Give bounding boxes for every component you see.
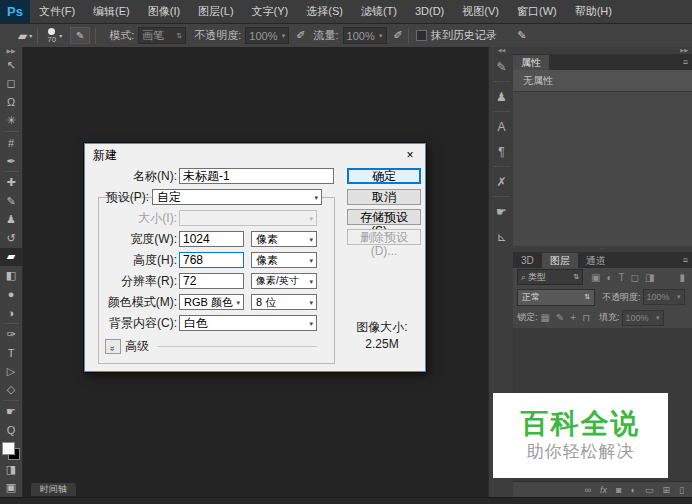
menu-view[interactable]: 视图(V)	[453, 0, 508, 23]
blur-tool[interactable]: ●	[0, 285, 22, 304]
toolbar-collapse-icon[interactable]: ▶▶	[6, 47, 15, 56]
tab-layers[interactable]: 图层	[542, 253, 578, 268]
width-unit-select[interactable]: 像素 ▾	[251, 231, 317, 247]
adjustment-layer-icon[interactable]: ◐	[631, 485, 636, 495]
lock-transparent-icon[interactable]: ▦	[541, 312, 550, 323]
toggle-brush-panel-icon[interactable]: ✎	[70, 27, 90, 44]
airbrush-flow-icon[interactable]: ✐	[394, 29, 403, 42]
lasso-tool[interactable]: Ω	[0, 93, 22, 112]
brush-tool[interactable]: ✎	[0, 192, 22, 211]
layer-opacity-select[interactable]: 100% ▾	[643, 289, 685, 305]
lock-all-icon[interactable]: ⊓	[582, 312, 590, 323]
shape-tool[interactable]: ◇	[0, 381, 22, 400]
blend-mode-select[interactable]: 正常 ⇅	[517, 289, 595, 306]
bit-depth-select[interactable]: 8 位 ▾	[251, 294, 317, 310]
filter-type-icon[interactable]: T	[619, 272, 625, 283]
pen-tool[interactable]: ✑	[0, 325, 22, 344]
close-icon[interactable]: ×	[395, 148, 425, 162]
marquee-tool[interactable]: ◻	[0, 75, 22, 94]
character-panel-icon[interactable]: A	[490, 114, 513, 139]
eraser-tool-preset-icon[interactable]: ▰	[18, 29, 27, 43]
tab-properties[interactable]: 属性	[513, 55, 549, 70]
panel-menu-icon[interactable]: ≡	[683, 57, 688, 67]
tab-3d[interactable]: 3D	[513, 253, 542, 268]
erase-to-history-checkbox[interactable]	[416, 30, 427, 41]
hand-tool[interactable]: ☛	[0, 402, 22, 421]
layer-mask-icon[interactable]: ◙	[616, 485, 621, 495]
flow-select[interactable]: 100% ▾	[343, 27, 387, 44]
filter-adjustment-icon[interactable]: ◐	[606, 272, 612, 283]
filter-smart-icon[interactable]: ◨	[645, 272, 654, 283]
advanced-expander[interactable]: «	[105, 339, 121, 354]
name-input[interactable]: 未标题-1	[179, 168, 334, 184]
menu-layer[interactable]: 图层(L)	[189, 0, 242, 23]
airbrush-icon[interactable]: ✐	[296, 29, 305, 42]
lock-move-icon[interactable]: +	[570, 312, 576, 323]
filter-shape-icon[interactable]: ◻	[631, 272, 639, 283]
zoom-tool[interactable]: Q	[0, 421, 22, 440]
dock-collapse-icon[interactable]: ◀◀	[498, 47, 506, 54]
quick-mask-button[interactable]: ◨	[0, 460, 22, 479]
menu-filter[interactable]: 滤镜(T)	[352, 0, 406, 23]
brush-size-picker[interactable]: 70	[47, 28, 56, 43]
filter-toggle-icon[interactable]: ▮	[679, 272, 685, 283]
width-input[interactable]: 1024	[179, 231, 244, 247]
height-unit-select[interactable]: 像素 ▾	[251, 252, 317, 268]
gradient-tool[interactable]: ◧	[0, 266, 22, 285]
layer-effects-icon[interactable]: fx	[600, 485, 607, 495]
resolution-input[interactable]: 72	[179, 273, 244, 289]
menu-select[interactable]: 选择(S)	[297, 0, 352, 23]
panel-menu-icon[interactable]: ≡	[683, 255, 688, 265]
menu-image[interactable]: 图像(I)	[139, 0, 189, 23]
menu-help[interactable]: 帮助(H)	[566, 0, 621, 23]
new-layer-icon[interactable]: ⊞	[663, 485, 671, 495]
move-tool[interactable]: ↖	[0, 56, 22, 75]
height-input[interactable]: 768	[179, 252, 244, 268]
tool-presets-panel-icon[interactable]: ✗	[490, 169, 513, 194]
resolution-unit-select[interactable]: 像素/英寸 ▾	[251, 273, 317, 289]
fill-select[interactable]: 100% ▾	[622, 310, 664, 326]
tool-preset-caret-icon[interactable]: ▾	[29, 32, 32, 39]
menu-edit[interactable]: 编辑(E)	[84, 0, 139, 23]
filter-pixel-icon[interactable]: ▣	[591, 272, 600, 283]
healing-brush-tool[interactable]: ✚	[0, 173, 22, 192]
menu-3d[interactable]: 3D(D)	[406, 0, 453, 23]
panel-collapse-icon[interactable]: ▶▶	[513, 47, 692, 54]
mode-select[interactable]: 画笔 ⇅	[138, 27, 186, 44]
opacity-select[interactable]: 100% ▾	[245, 27, 289, 44]
menu-file[interactable]: 文件(F)	[30, 0, 84, 23]
eyedropper-tool[interactable]: ✒	[0, 152, 22, 171]
brush-panel-toggle-icon[interactable]: ✎	[513, 28, 531, 43]
crop-tool[interactable]: #	[0, 133, 22, 152]
clone-stamp-tool[interactable]: ♟	[0, 210, 22, 229]
cancel-button[interactable]: 取消	[347, 189, 421, 205]
brush-picker-caret-icon[interactable]: ▾	[59, 32, 62, 39]
tab-channels[interactable]: 通道	[578, 253, 614, 268]
ok-button[interactable]: 确定	[347, 168, 421, 184]
menu-window[interactable]: 窗口(W)	[508, 0, 566, 23]
new-group-icon[interactable]: ▭	[645, 485, 654, 495]
screen-mode-button[interactable]: ▣	[0, 478, 22, 497]
preset-select[interactable]: 自定 ▾	[152, 189, 322, 205]
filter-type-select[interactable]: ⌕ 类型 ⇅	[517, 269, 583, 285]
delete-layer-icon[interactable]: ▯	[679, 485, 684, 495]
color-swatches[interactable]	[2, 442, 20, 460]
color-mode-select[interactable]: RGB 颜色 ▾	[179, 294, 244, 310]
foreground-color-swatch[interactable]	[2, 442, 15, 455]
save-preset-button[interactable]: 存储预设(S)...	[347, 209, 421, 225]
eraser-tool[interactable]: ▰	[0, 248, 22, 267]
magic-wand-tool[interactable]: ✳	[0, 112, 22, 131]
dialog-title-bar[interactable]: 新建 ×	[85, 144, 425, 166]
link-layers-icon[interactable]: ∞	[585, 485, 591, 495]
menu-type[interactable]: 文字(Y)	[243, 0, 298, 23]
history-brush-tool[interactable]: ↺	[0, 229, 22, 248]
paragraph-panel-icon[interactable]: ¶	[490, 139, 513, 164]
timeline-panel-tab[interactable]: 时间轴	[31, 483, 76, 496]
brush-panel-icon[interactable]: ✎	[490, 54, 513, 79]
dodge-tool[interactable]: ◑	[0, 303, 22, 322]
clone-source-panel-icon[interactable]: ♟	[490, 84, 513, 109]
background-select[interactable]: 白色 ▾	[179, 315, 317, 331]
lock-paint-icon[interactable]: ✎	[556, 312, 564, 323]
hand-gestures-panel-icon[interactable]: ☛	[490, 199, 513, 224]
type-tool[interactable]: T	[0, 343, 22, 362]
